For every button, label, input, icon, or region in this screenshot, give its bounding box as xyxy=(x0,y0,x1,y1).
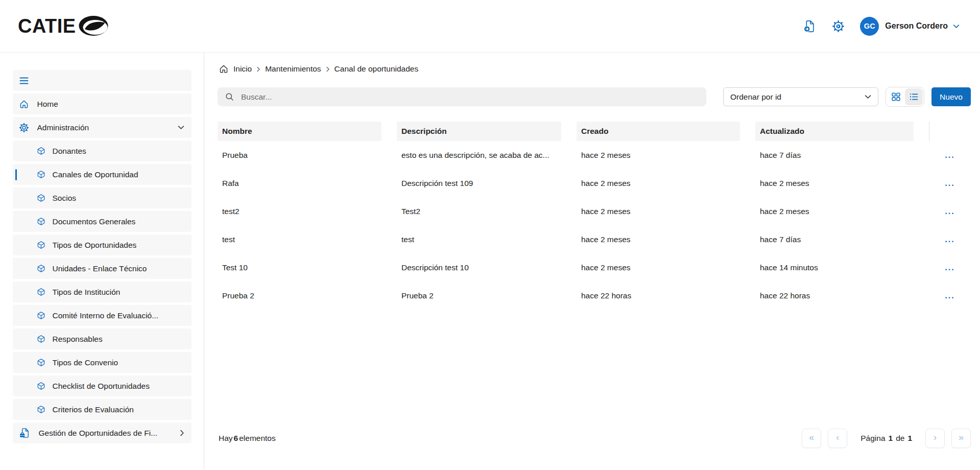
cell-descripcion: esto es una descripción, se acaba de ac.… xyxy=(397,151,561,160)
user-name: Gerson Cordero xyxy=(885,21,948,31)
breadcrumb: InicioMantenimientosCanal de oportunidad… xyxy=(219,63,971,75)
cube-icon xyxy=(37,405,45,414)
cell-actualizado: hace 2 meses xyxy=(755,207,914,216)
next-page-button[interactable]: › xyxy=(925,429,945,448)
sidebar-item-unidades-enlace-t-cnico[interactable]: Unidades - Enlace Técnico xyxy=(13,258,192,279)
cube-icon xyxy=(37,217,45,226)
chevron-right-icon xyxy=(176,430,184,436)
column-header-descripcion[interactable]: Descripción xyxy=(397,122,561,141)
cell-actualizado: hace 22 horas xyxy=(755,291,914,300)
sidebar-item-home[interactable]: Home xyxy=(13,93,192,114)
row-actions-ellipsis-icon[interactable]: ... xyxy=(929,291,971,300)
breadcrumb-item-mantenimientos[interactable]: Mantenimientos xyxy=(265,64,321,74)
cell-nombre: Prueba 2 xyxy=(218,291,381,300)
column-header-creado[interactable]: Creado xyxy=(577,122,740,141)
sidebar: Home Administración Donantes Canales de … xyxy=(0,53,204,469)
cube-icon xyxy=(37,382,45,390)
row-actions-ellipsis-icon[interactable]: ... xyxy=(929,235,971,244)
cell-creado: hace 2 meses xyxy=(577,179,740,188)
table-row[interactable]: Prueba 2 Prueba 2 hace 22 horas hace 22 … xyxy=(218,281,971,310)
app-shell: Home Administración Donantes Canales de … xyxy=(0,53,980,469)
hamburger-icon xyxy=(19,76,29,86)
sidebar-item-checklist-de-oportunidades[interactable]: Checklist de Oportunidades xyxy=(13,375,192,396)
cell-actualizado: hace 2 meses xyxy=(755,179,914,188)
new-button[interactable]: Nuevo xyxy=(931,87,971,106)
catie-logo[interactable]: CATIE xyxy=(18,14,109,38)
sidebar-item-canales-de-oportunidad[interactable]: Canales de Oportunidad xyxy=(13,164,192,185)
table-body: Prueba esto es una descripción, se acaba… xyxy=(218,141,971,310)
cube-icon xyxy=(37,194,45,202)
table-row[interactable]: Test 10 Descripción test 10 hace 2 meses… xyxy=(218,253,971,281)
list-view-button[interactable] xyxy=(905,88,923,105)
sidebar-item-responsables[interactable]: Responsables xyxy=(13,328,192,349)
table-row[interactable]: Rafa Descripción test 109 hace 2 meses h… xyxy=(218,169,971,197)
cell-nombre: test xyxy=(218,235,381,244)
toolbar: Ordenar por id Nuevo xyxy=(218,87,971,107)
sidebar-item-documentos-generales[interactable]: Documentos Generales xyxy=(13,211,192,232)
home-icon xyxy=(19,99,29,109)
table-header: Nombre Descripción Creado Actualizado xyxy=(218,122,971,141)
search-input[interactable] xyxy=(240,92,699,102)
grid-view-button[interactable] xyxy=(887,88,905,105)
sort-select[interactable]: Ordenar por id xyxy=(723,87,878,106)
user-menu[interactable]: GC Gerson Cordero xyxy=(860,17,960,36)
cell-creado: hace 2 meses xyxy=(577,151,740,160)
settings-gear-icon[interactable] xyxy=(832,20,845,33)
page-label: Página1de1 xyxy=(861,434,912,443)
cube-icon xyxy=(37,335,45,343)
breadcrumb-item-canal-de-oportunidades[interactable]: Canal de oportunidades xyxy=(334,64,419,74)
catie-logo-mark xyxy=(78,14,109,38)
cell-nombre: Rafa xyxy=(218,179,381,188)
sidebar-item-administraci-n[interactable]: Administración xyxy=(13,117,192,138)
sidebar-item-comit-interno-de-evaluaci[interactable]: Comité Interno de Evaluació... xyxy=(13,305,192,326)
table-row[interactable]: test test hace 2 meses hace 7 días ... xyxy=(218,225,971,253)
main-content: InicioMantenimientosCanal de oportunidad… xyxy=(204,53,980,469)
row-actions-ellipsis-icon[interactable]: ... xyxy=(929,207,971,216)
cell-creado: hace 2 meses xyxy=(577,235,740,244)
table-row[interactable]: test2 Test2 hace 2 meses hace 2 meses ..… xyxy=(218,197,971,225)
cube-icon xyxy=(37,241,45,249)
row-actions-ellipsis-icon[interactable]: ... xyxy=(929,151,971,160)
sidebar-item-tipos-de-convenio[interactable]: Tipos de Convenio xyxy=(13,352,192,373)
first-page-button[interactable]: « xyxy=(802,429,821,448)
row-actions-ellipsis-icon[interactable]: ... xyxy=(929,263,971,272)
chevron-down-icon xyxy=(953,24,960,29)
gear-icon xyxy=(19,123,29,133)
cell-nombre: test2 xyxy=(218,207,381,216)
cube-icon xyxy=(37,170,45,179)
cube-icon xyxy=(37,288,45,296)
data-table: Nombre Descripción Creado Actualizado Pr… xyxy=(218,122,971,310)
sidebar-item-tipos-de-instituci-n[interactable]: Tipos de Institución xyxy=(13,281,192,302)
sidebar-item-criterios-de-evaluaci-n[interactable]: Criterios de Evaluación xyxy=(13,399,192,420)
cell-actualizado: hace 14 minutos xyxy=(755,263,914,272)
column-header-actualizado[interactable]: Actualizado xyxy=(755,122,914,141)
prev-page-button[interactable]: ‹ xyxy=(828,429,847,448)
last-page-button[interactable]: » xyxy=(951,429,971,448)
sidebar-item-socios[interactable]: Socios xyxy=(13,187,192,208)
cell-creado: hace 22 horas xyxy=(577,291,740,300)
home-icon[interactable] xyxy=(219,64,229,74)
chevron-right-icon xyxy=(326,66,330,72)
cell-descripcion: Descripción test 10 xyxy=(397,263,561,272)
sidebar-item-donantes[interactable]: Donantes xyxy=(13,140,192,161)
items-count: Hay6elementos xyxy=(219,434,276,443)
header-actions: GC Gerson Cordero xyxy=(803,17,960,36)
app-root: CATIE GC Gerson Cordero Home Admin xyxy=(0,0,980,469)
cell-actualizado: hace 7 días xyxy=(755,235,914,244)
cell-creado: hace 2 meses xyxy=(577,207,740,216)
column-header-nombre[interactable]: Nombre xyxy=(218,122,381,141)
chevron-down-icon xyxy=(865,95,871,99)
document-export-icon[interactable] xyxy=(803,19,817,33)
cell-descripcion: test xyxy=(397,235,561,244)
sidebar-item-menu-toggle[interactable] xyxy=(13,70,192,91)
table-row[interactable]: Prueba esto es una descripción, se acaba… xyxy=(218,141,971,169)
chevron-right-icon xyxy=(256,66,260,72)
row-actions-ellipsis-icon[interactable]: ... xyxy=(929,179,971,188)
cell-nombre: Test 10 xyxy=(218,263,381,272)
sidebar-item-gesti-n-de-oportunidades-de-fi[interactable]: Gestión de Oportunidades de Fi... xyxy=(13,422,192,443)
sidebar-item-tipos-de-oportunidades[interactable]: Tipos de Oportunidades xyxy=(13,234,192,255)
breadcrumb-item-inicio[interactable]: Inicio xyxy=(233,64,252,74)
chevron-down-icon xyxy=(174,125,184,130)
pagination: « ‹ Página1de1 › » xyxy=(802,429,971,448)
cell-descripcion: Descripción test 109 xyxy=(397,179,561,188)
